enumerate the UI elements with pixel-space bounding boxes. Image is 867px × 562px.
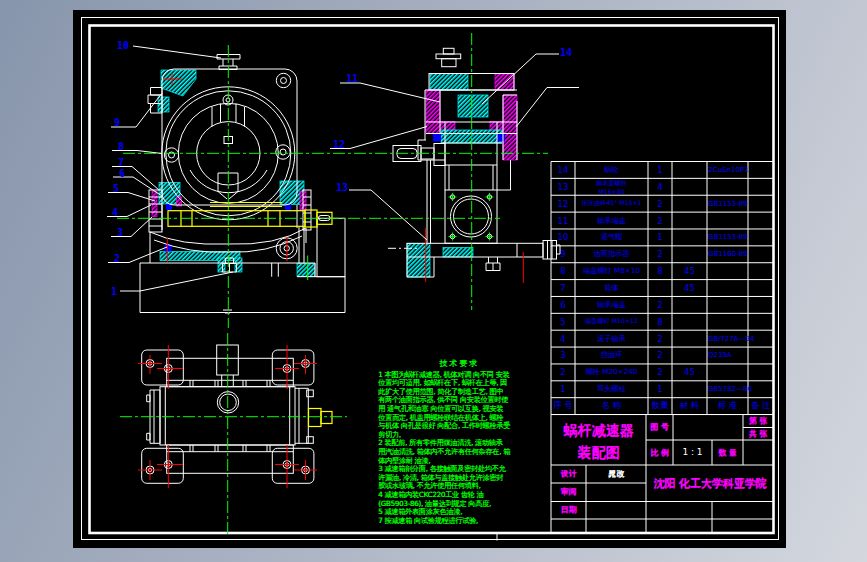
balloon-4: 4 [112, 207, 118, 218]
notes-line: (GB5903-86), 油量达到规定 向高度, [378, 500, 491, 507]
notes-line: 位置均可适用, 如蜗杆在下, 蜗杆在上等, 因 [378, 379, 507, 386]
bom-cell: 1 [648, 229, 672, 246]
date-label: 日期 [551, 501, 586, 519]
notes-line: 4 减速箱内装CKC220工业 齿轮 油 [378, 491, 483, 498]
bom-cell: 6 [551, 296, 575, 313]
bom-cell: 4 [551, 330, 575, 347]
notes-line: 3 减速箱剖分面, 各接触面及密封处均不允 [378, 465, 505, 472]
notes-line: 体内壁涂耐 油漆, [378, 457, 430, 464]
bom-cell: 2 [648, 364, 672, 381]
bom-cell: 油面指示器 [575, 246, 648, 263]
bom-cell: 蜗轮 [575, 162, 648, 179]
bom-cell: 2 [648, 195, 672, 212]
bom-cell: 备 注 [748, 398, 774, 415]
notes-line: 5 减速箱外表面涂灰色油漆, [378, 508, 462, 515]
bom-cell: 螺栓 M20×240 [575, 364, 648, 381]
bom-cell: 5 [551, 313, 575, 330]
drawing-title-line1: 蜗杆减速器 [551, 419, 646, 441]
balloon-6: 6 [119, 167, 125, 178]
bom-cell: 1 [648, 162, 672, 179]
bom-cell: GB5782—86 [707, 381, 749, 398]
bom-cell: 14 [551, 162, 575, 179]
balloon-8: 8 [118, 141, 124, 152]
notes-line: 许漏油, 冷清, 箱体与盖接触处允许涂密封 [378, 474, 503, 481]
school-name: 沈阳 化工大学科亚学院 [646, 465, 774, 501]
bom-cell: 箱体 [575, 280, 648, 297]
scale-label: 比 例 [646, 440, 673, 465]
balloon-13: 13 [336, 182, 348, 193]
bom-cell: ZCuSn10P1 [707, 162, 749, 179]
bom-cell: 序 号 [551, 398, 575, 415]
balloon-14: 14 [560, 46, 572, 57]
notes-line: 剪切力, [378, 431, 401, 438]
bom-cell: 2 [648, 330, 672, 347]
bom-cell: 轴承端盖 [575, 212, 648, 229]
bom-cell: GB/T276—94 [707, 330, 749, 347]
section-view [388, 48, 560, 277]
notes-line: 1 本图为蜗杆减速器, 机体对调 向不同 安装 [378, 371, 509, 378]
notes-title: 技 术 要 求 [378, 360, 538, 368]
bom-cell: 45 [672, 263, 707, 280]
bom-cell: 13 [551, 178, 575, 195]
bom-cell: 材 料 [672, 398, 707, 415]
notes-line: 此扩大了使用范围, 简化了制造工艺, 图中 [378, 388, 503, 395]
bom-cell: 通气帽 [575, 229, 648, 246]
bom-cell: 端盖螺钉 M8×10 [575, 263, 648, 280]
notes-line: 胶或水玻璃, 不允许使用任何填料, [378, 482, 480, 489]
bom-cell: 7 [551, 280, 575, 297]
scale-value: 1 : 1 [673, 440, 712, 465]
bom-cell: GB1160-89 [707, 246, 749, 263]
balloon-7: 7 [118, 157, 124, 168]
bom-cell: 压注油杯45° M10×1 [575, 195, 648, 212]
top-view [142, 345, 332, 483]
bom-cell: 8 [648, 313, 672, 330]
cad-viewer-background: { "title_block": { "title_line1": "蜗杆减速器… [0, 0, 867, 562]
balloon-5: 5 [113, 183, 119, 194]
bom-cell: 10 [551, 229, 575, 246]
bom-cell: 2 [648, 246, 672, 263]
designer-name: 晁改 [586, 465, 646, 483]
bom-cell: 8 [648, 263, 672, 280]
design-label: 设计 [551, 465, 586, 483]
bom-cell: GB1153-89 [707, 229, 749, 246]
bom-cell: 端盖螺钉 M10×12 [575, 313, 648, 330]
bom-cell: 4 [648, 178, 672, 195]
balloon-9: 9 [114, 117, 120, 128]
bom-cell: 11 [551, 212, 575, 229]
bom-cell: 1 [551, 381, 575, 398]
review-label: 审阅 [551, 483, 586, 501]
bom-cell: 8 [551, 263, 575, 280]
sheet-total-label: 共 张 [743, 427, 773, 440]
qty-label: 数 量 [712, 440, 743, 465]
bom-cell: 名 称 [575, 398, 648, 415]
bom-cell: 2 [648, 296, 672, 313]
notes-line: 有两个油面指示器, 供不同 向安装位置时使 [378, 396, 508, 403]
bom-cell: 2 [648, 212, 672, 229]
notes-line: 位置而定, 机盖用螺栓联结在机体上, 螺栓 [378, 414, 503, 421]
bom-cell: 9 [551, 246, 575, 263]
notes-line: 用汽油清洗, 箱体内不允许有任何杂存在, 箱 [378, 448, 510, 455]
bom-cell: 挡油环 [575, 347, 648, 364]
bom-cell: 2 [551, 364, 575, 381]
notes-line: 7 按减速箱 向试验规程进行试验, [378, 517, 478, 524]
balloon-3: 3 [117, 227, 123, 238]
balloon-1: 1 [111, 286, 117, 297]
balloon-2: 2 [114, 253, 120, 264]
balloon-10: 10 [117, 40, 129, 51]
drawing-title-line2: 装配图 [551, 442, 646, 462]
bom-cell: 1 [648, 381, 672, 398]
bom-cell: 2 [648, 347, 672, 364]
bom-cell: 标 准 [707, 398, 748, 415]
balloon-12: 12 [333, 138, 345, 149]
fig-no-label: 图 号 [646, 414, 673, 440]
notes-line: 用 通气孔和油塞 向位置可以互换, 视安装 [378, 405, 503, 412]
bom-cell: GB1153-89 [707, 195, 749, 212]
bom-cell: 轴承端盖 [575, 296, 648, 313]
notes-line: 2 装配前, 所有零件用煤油清洗, 滚动轴承 [378, 439, 502, 446]
sheet-no-label: 第 张 [743, 414, 773, 427]
bom-cell: 滚子轴承 [575, 330, 648, 347]
bom-cell: 45 [672, 364, 707, 381]
bom-cell: 数量 [648, 398, 672, 415]
front-view [140, 55, 345, 314]
bom-cell: 12 [551, 195, 575, 212]
